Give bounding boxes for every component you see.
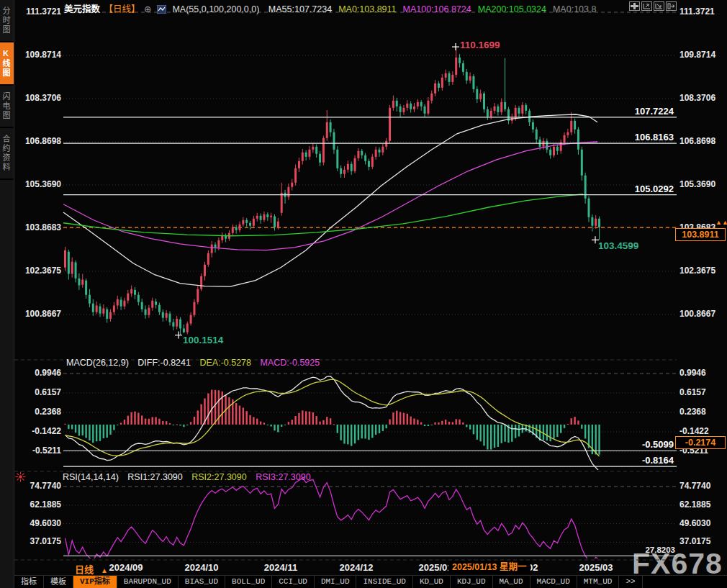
sidebar-tab-合约资料[interactable]: 合约资料 [0, 128, 14, 180]
svg-text:100.1514: 100.1514 [183, 335, 224, 345]
time-axis-label: 2024/12 [340, 562, 374, 573]
main-axis-label-left: 100.8667 [14, 309, 61, 319]
indicator-tab-模板[interactable]: 模板 [44, 576, 73, 588]
time-axis-label: 2024/09 [109, 562, 143, 573]
main-axis-label-right: 111.3721 [679, 6, 726, 17]
indicator-tab->>[interactable]: >> [619, 576, 642, 588]
macd-axis-label-left: 0.6157 [14, 387, 61, 397]
svg-text:-0.8164: -0.8164 [642, 455, 674, 466]
scale-left-axis-icon[interactable] [641, 1, 652, 11]
price-marker-arrow-icon: ▲▲ [715, 219, 727, 226]
rsi-axis-label-right: 62.1885 [679, 499, 726, 510]
main-axis-label-left: 109.8714 [14, 50, 61, 60]
time-axis-label: 2024/11 [264, 562, 297, 573]
main-axis-label-right: 102.3675 [679, 266, 726, 276]
left-sidebar: 分时图K线图闪电图合约资料 [0, 0, 14, 588]
main-axis-label-right: 100.8667 [679, 309, 726, 319]
macd-axis-label-left: 0.2368 [14, 407, 61, 417]
macd-axis-label-right: -0.1422 [679, 426, 726, 436]
rsi-axis-label-left: 62.1885 [14, 499, 61, 510]
main-axis-label-right: 105.3690 [679, 179, 726, 189]
rsi3-value: RSI3:27.3090 [256, 472, 310, 482]
sidebar-tab-K线图[interactable]: K线图 [0, 42, 14, 86]
alert-flower-icon[interactable] [15, 471, 26, 485]
svg-text:103.4599: 103.4599 [598, 240, 638, 251]
indicator-tab-MTM_UD[interactable]: MTM_UD [577, 576, 620, 588]
macd-diff-value: DIFF:-0.8241 [137, 358, 191, 368]
ma-value-label: MA100:106.8724 [403, 4, 471, 14]
indicator-tab-CCI_UD[interactable]: CCI_UD [272, 576, 315, 588]
macd-dea-value: DEA:-0.5278 [199, 358, 251, 368]
macd-title: MACD(26,12,9) [66, 358, 129, 368]
link-icon[interactable]: ⊕ [144, 4, 151, 14]
svg-text:107.7224: 107.7224 [635, 106, 674, 117]
rsi-floor-label: 27.8203 [632, 546, 675, 554]
macd-axis-label-right: 0.9946 [679, 368, 726, 378]
main-axis-label-left: 111.3721 [14, 6, 61, 17]
ma-value-label: MA0:103.8 [553, 4, 596, 14]
main-axis-label-left: 105.3690 [14, 179, 61, 189]
main-chart-header: 美元指数 【日线】 ⊕ MA(55,0,100,200,0,0) MA55:10… [64, 1, 609, 15]
indicator-tab-DMI_UD[interactable]: DMI_UD [315, 576, 357, 588]
period-selector[interactable]: 日线▲ [75, 562, 108, 576]
indicator-tab-MACD_UD[interactable]: MACD_UD [530, 576, 577, 588]
chart-canvas[interactable]: 107.7224106.8163105.0292110.1699100.1514… [0, 0, 727, 588]
indicator-tab-MA_UD[interactable]: MA_UD [493, 576, 530, 588]
ma-value-label: MA0:103.8911 [338, 4, 396, 14]
pan-icon[interactable] [629, 1, 640, 11]
crosshair-date-tooltip: 2025/01/13 星期一 [448, 561, 530, 574]
exit-chart-icon[interactable] [666, 1, 677, 11]
time-axis-label: 2025/03 [579, 562, 613, 573]
indicator-tab-BARUPDN_UD[interactable]: BARUPDN_UD [117, 576, 179, 588]
macd-axis-label-right: 0.6157 [679, 387, 726, 397]
period-tag[interactable]: 【日线】 [104, 4, 140, 14]
macd-macd-value: MACD:-0.5925 [261, 358, 320, 368]
sidebar-tab-分时图[interactable]: 分时图 [0, 0, 14, 42]
period-collapse-icon[interactable]: ▲ [101, 566, 108, 574]
main-axis-label-left: 106.8698 [14, 136, 61, 146]
ma-value-label: MA55:107.7234 [268, 4, 332, 14]
main-axis-label-right: 106.8698 [679, 136, 726, 146]
main-axis-label-right: 108.3706 [679, 93, 726, 103]
symbol-title: 美元指数 [64, 4, 100, 14]
indicator-tab-bar: 指标模板VIP指标BARUPDN_UDBIAS_UDBOLL_UDCCI_UDD… [14, 575, 727, 588]
main-axis-label-left: 103.8683 [14, 222, 61, 232]
rsi-axis-label-right: 74.7740 [679, 481, 726, 491]
macd-value-box: -0.2174 [675, 436, 726, 449]
indicator-tab-VIP指标[interactable]: VIP指标 [73, 576, 117, 588]
sidebar-tab-闪电图[interactable]: 闪电图 [0, 86, 14, 128]
main-axis-label-right: 109.8714 [679, 50, 726, 60]
rsi-axis-label-right: 49.6030 [679, 518, 726, 528]
indicator-tab-指标[interactable]: 指标 [14, 576, 44, 588]
rsi1-value: RSI1:27.3090 [127, 472, 182, 482]
macd-axis-label-left: 0.9946 [14, 368, 61, 378]
indicator-tab-INSIDE_UD[interactable]: INSIDE_UD [356, 576, 412, 588]
indicator-tab-BIAS_UD[interactable]: BIAS_UD [179, 576, 225, 588]
chart-thumbnail-icon[interactable] [157, 4, 168, 14]
time-axis-label: 2024/10 [185, 562, 219, 573]
svg-text:-0.5099: -0.5099 [642, 439, 674, 450]
current-price-box: 103.8911 [675, 228, 726, 241]
ma-value-label: MA200:105.0324 [478, 4, 546, 14]
scale-right-axis-icon[interactable] [654, 1, 664, 11]
indicator-tab-BOLL_UD[interactable]: BOLL_UD [225, 576, 272, 588]
indicator-tab-KDJ_UD[interactable]: KDJ_UD [451, 576, 493, 588]
rsi-axis-label-left: 37.0175 [14, 536, 61, 546]
rsi-title: RSI(14,14,14) [63, 472, 119, 482]
time-axis-label: 2025/01 [419, 562, 453, 573]
ma-values: MA55:107.7234MA0:103.8911MA100:106.8724M… [268, 4, 603, 14]
rsi-axis-label-right: 37.0175 [679, 536, 726, 546]
rsi2-value: RSI2:27.3090 [191, 472, 246, 482]
rsi-header: RSI(14,14,14) RSI1:27.3090 RSI2:27.3090 … [63, 472, 317, 482]
svg-text:110.1699: 110.1699 [460, 40, 500, 50]
main-axis-label-left: 108.3706 [14, 93, 61, 103]
chart-app-window: 分时图K线图闪电图合约资料 美元指数 【日线】 ⊕ MA(55,0,100,20… [0, 0, 727, 588]
macd-axis-label-left: -0.5211 [14, 445, 61, 456]
macd-axis-label-right: 0.2368 [679, 407, 726, 417]
ma-settings-label: MA(55,0,100,200,0,0) [172, 4, 259, 14]
main-axis-label-left: 102.3675 [14, 266, 61, 276]
chart-toolbar [629, 1, 677, 11]
indicator-tab-KD_UD[interactable]: KD_UD [413, 576, 451, 588]
macd-axis-label-left: -0.1422 [14, 426, 61, 436]
macd-header: MACD(26,12,9) DIFF:-0.8241 DEA:-0.5278 M… [66, 358, 326, 368]
